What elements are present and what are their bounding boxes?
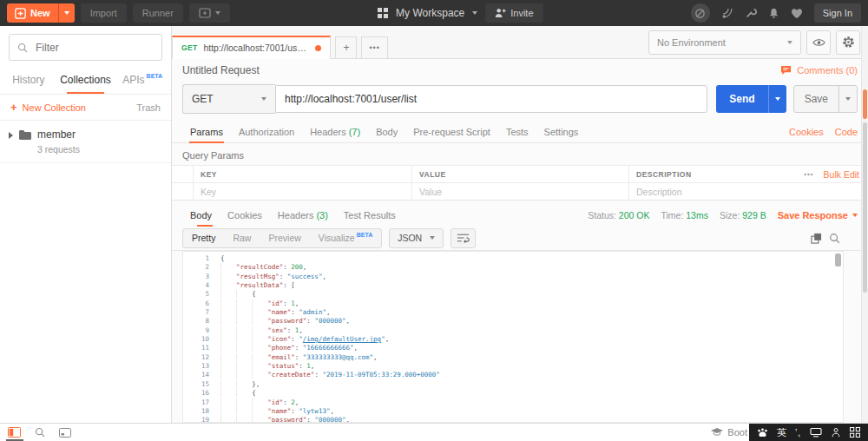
collection-item-member[interactable]: member 3 requests [0, 121, 171, 163]
graduation-cap-icon [711, 428, 723, 438]
new-collection-button[interactable]: + New Collection [10, 102, 86, 113]
ime-paw-icon[interactable] [757, 427, 768, 438]
wrench-icon[interactable] [745, 7, 757, 19]
bulk-edit-link[interactable]: Bulk Edit [824, 169, 859, 180]
caret-right-icon[interactable] [9, 132, 13, 139]
time-value: 13ms [686, 210, 708, 220]
view-mode-visualize[interactable]: VisualizeBETA [310, 229, 381, 247]
code-link[interactable]: Code [835, 127, 858, 137]
copy-button[interactable] [811, 233, 822, 244]
tab-response-cookies[interactable]: Cookies [220, 204, 270, 226]
code-line: "name": "lytw13", [220, 407, 843, 416]
console-button[interactable] [59, 428, 71, 438]
tab-apis[interactable]: APIsBETA [114, 65, 171, 94]
runner-button[interactable]: Runner [133, 3, 183, 23]
find-button[interactable] [35, 427, 45, 438]
bell-icon[interactable] [768, 7, 779, 19]
environment-settings-button[interactable] [836, 30, 860, 55]
request-tab[interactable]: GET http://localhost:7001/user/list [172, 36, 331, 59]
code-token [220, 290, 252, 298]
tab-pre-request-script[interactable]: Pre-request Script [405, 121, 498, 142]
code-line: }, [220, 380, 843, 389]
code-token: , [295, 398, 299, 406]
column-header-key: KEY [193, 166, 411, 182]
filter-input[interactable] [34, 41, 154, 55]
search-response-button[interactable] [829, 233, 840, 244]
workspace-selector[interactable]: My Workspace [396, 7, 464, 19]
invite-button[interactable]: Invite [485, 3, 542, 23]
folder-icon [19, 130, 31, 140]
view-mode-preview[interactable]: Preview [260, 229, 309, 247]
response-body-viewer[interactable]: 1234567891011121314151617181920 { "resul… [182, 251, 844, 423]
heart-icon[interactable] [791, 8, 803, 19]
save-button[interactable]: Save [794, 86, 838, 112]
ime-language-toggle[interactable]: 英 [777, 426, 786, 439]
tab-collections[interactable]: Collections [57, 65, 115, 94]
params-more-button[interactable]: ••• [804, 170, 813, 178]
new-dropdown-button[interactable] [58, 3, 75, 23]
satellite-icon[interactable] [721, 7, 733, 19]
ime-person-icon[interactable] [831, 427, 841, 438]
url-input[interactable] [275, 85, 707, 113]
new-button[interactable]: New [7, 3, 75, 23]
code-token: , [299, 326, 303, 334]
save-dropdown-button[interactable] [838, 86, 857, 112]
tab-options-button[interactable]: ••• [361, 36, 387, 59]
send-button[interactable]: Send [716, 85, 767, 113]
tab-label: Pre-request Script [413, 127, 490, 137]
code-scrollbar-thumb[interactable] [835, 253, 841, 267]
sync-off-button[interactable] [691, 3, 710, 23]
ime-punctuation-toggle[interactable]: ’, [795, 428, 801, 438]
description-input[interactable]: Description [628, 183, 764, 200]
main-scrollbar-thumb-orange[interactable] [863, 89, 867, 119]
code-line: "email": "333333333@qq.com", [220, 353, 843, 362]
add-tab-button[interactable]: + [335, 36, 357, 59]
code-line-number: 10 [183, 335, 209, 344]
tab-history[interactable]: History [0, 65, 57, 94]
tab-params[interactable]: Params [182, 121, 231, 142]
tab-response-headers[interactable]: Headers(3) [270, 204, 336, 226]
new-window-button[interactable] [189, 3, 230, 23]
json-link[interactable]: /img/defaultUser.jpg [303, 335, 381, 343]
code-token: "id" [267, 299, 283, 307]
wrap-lines-button[interactable] [450, 228, 476, 248]
tab-authorization[interactable]: Authorization [231, 121, 302, 142]
method-dropdown[interactable]: GET [182, 84, 275, 114]
request-title[interactable]: Untitled Request [182, 64, 260, 76]
caret-down-icon [845, 97, 851, 101]
view-mode-pretty[interactable]: Pretty [183, 229, 224, 247]
comments-button[interactable]: Comments (0) [780, 65, 858, 76]
runner-button-label: Runner [142, 8, 174, 18]
tab-response-body[interactable]: Body [190, 204, 220, 226]
toggle-sidebar-button[interactable] [8, 424, 21, 441]
code-token: , [346, 317, 351, 325]
value-input[interactable]: Value [411, 183, 628, 200]
cookies-link[interactable]: Cookies [789, 127, 824, 137]
send-dropdown-button[interactable] [768, 85, 786, 113]
headers-count: (7) [349, 127, 360, 137]
tab-body[interactable]: Body [368, 121, 405, 142]
tab-settings[interactable]: Settings [536, 121, 587, 142]
ime-keyboard-icon[interactable] [810, 427, 822, 438]
response-format-dropdown[interactable]: JSON [389, 228, 444, 248]
environment-quick-look-button[interactable] [806, 30, 831, 55]
main-scrollbar[interactable] [861, 27, 868, 423]
unsaved-dot-icon [315, 45, 321, 51]
sidebar-tabs: History Collections APIsBETA [0, 65, 171, 95]
key-input[interactable]: Key [193, 183, 411, 200]
tab-test-results[interactable]: Test Results [336, 204, 404, 226]
trash-button[interactable]: Trash [136, 102, 161, 113]
ime-toolbox-grid-icon[interactable] [850, 427, 860, 438]
import-button[interactable]: Import [81, 3, 127, 23]
import-button-label: Import [90, 8, 117, 18]
save-response-button[interactable]: Save Response [778, 210, 858, 220]
tab-label: Headers [278, 210, 314, 220]
tab-tests[interactable]: Tests [498, 121, 536, 142]
response-code: { "resultCode": 200, "resultMsg": "succe… [214, 252, 843, 422]
view-mode-raw[interactable]: Raw [224, 229, 260, 247]
main-scrollbar-thumb[interactable] [863, 122, 867, 293]
sign-in-button[interactable]: Sign In [814, 3, 861, 23]
environment-selector[interactable]: No Environment [648, 30, 801, 55]
tab-headers[interactable]: Headers(7) [302, 121, 368, 142]
bootcamp-button[interactable]: Boot [711, 427, 747, 438]
